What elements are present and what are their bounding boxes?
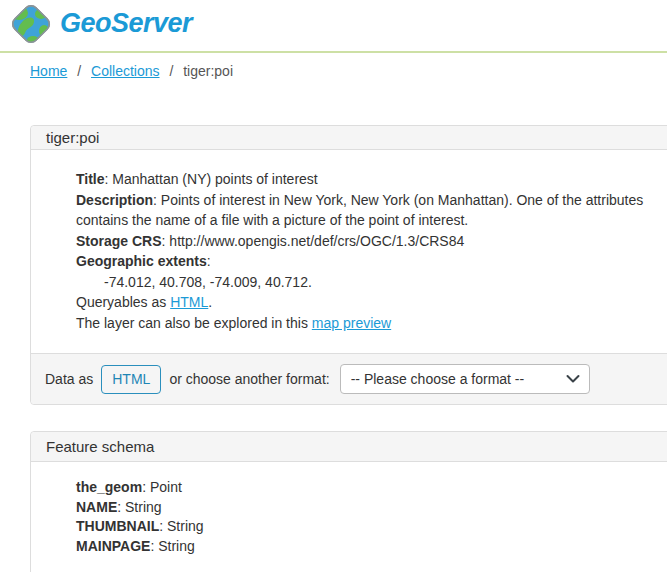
feature-schema-body: the_geom: Point NAME: String THUMBNAIL: … [31,462,667,572]
queryables-html-link[interactable]: HTML [170,294,208,310]
geoserver-collection-page: { "header": { "logo_text": "GeoServer" }… [0,0,667,572]
collection-panel-body: Title: Manhattan (NY) points of interest… [31,150,667,353]
geoserver-globe-icon [8,2,54,49]
description-value: : Points of interest in New York, New Yo… [76,192,643,229]
geographic-extents-line: Geographic extents: [76,251,667,272]
storage-crs-value: : http://www.opengis.net/def/crs/OGC/1.3… [162,233,465,249]
feature-schema-panel: Feature schema the_geom: Point NAME: Str… [30,431,667,572]
collection-panel-header: tiger:poi [31,126,667,150]
data-as-html-button[interactable]: HTML [101,365,161,394]
map-preview-line: The layer can also be explored in this m… [76,313,667,334]
title-label: Title [76,171,105,187]
description-label: Description [76,192,153,208]
map-preview-link[interactable]: map preview [312,315,391,331]
breadcrumb-collections-link[interactable]: Collections [91,63,159,79]
geoserver-wordmark: GeoServer [60,8,192,43]
or-choose-format-label: or choose another format: [169,371,329,387]
breadcrumb-current: tiger:poi [183,63,233,79]
geographic-extents-label: Geographic extents [76,253,207,269]
format-select-wrap: -- Please choose a format -- [340,364,590,394]
geoserver-logo[interactable]: GeoServer [8,2,192,49]
attribute-name: THUMBNAIL [76,518,159,534]
collection-title-line: Title: Manhattan (NY) points of interest [76,169,667,190]
schema-attribute-row: THUMBNAIL: String [76,517,667,537]
feature-schema-header: Feature schema [31,432,667,462]
attribute-type: : String [150,538,194,554]
queryables-suffix: . [208,294,212,310]
storage-crs-line: Storage CRS: http://www.opengis.net/def/… [76,231,667,252]
site-header: GeoServer [0,0,667,53]
attribute-type: : String [117,499,161,515]
breadcrumb: Home / Collections / tiger:poi [30,63,667,79]
format-select[interactable]: -- Please choose a format -- [340,364,590,394]
breadcrumb-separator: / [77,63,81,79]
attribute-type: : String [159,518,203,534]
breadcrumb-home-link[interactable]: Home [30,63,67,79]
format-chooser-footer: Data as HTML or choose another format: -… [31,353,667,404]
collection-description-line: Description: Points of interest in New Y… [76,190,667,231]
schema-attribute-row: the_geom: Point [76,478,667,498]
schema-attribute-row: MAINPAGE: String [76,537,667,557]
geographic-extents-colon: : [207,253,211,269]
queryables-line: Queryables as HTML. [76,292,667,313]
title-value: : Manhattan (NY) points of interest [105,171,318,187]
queryables-prefix: Queryables as [76,294,170,310]
breadcrumb-separator: / [169,63,173,79]
attribute-name: MAINPAGE [76,538,150,554]
attribute-name: NAME [76,499,117,515]
extent-coordinates: -74.012, 40.708, -74.009, 40.712. [76,272,667,293]
attribute-name: the_geom [76,479,142,495]
data-as-label: Data as [45,371,93,387]
collection-panel: tiger:poi Title: Manhattan (NY) points o… [30,125,667,405]
storage-crs-label: Storage CRS [76,233,162,249]
map-preview-prefix: The layer can also be explored in this [76,315,312,331]
attribute-type: : Point [142,479,182,495]
schema-attribute-row: NAME: String [76,498,667,518]
